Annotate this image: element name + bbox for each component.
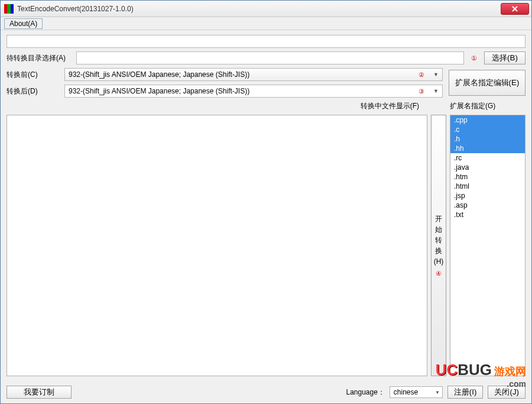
- extension-item[interactable]: .html: [450, 182, 525, 191]
- menu-about[interactable]: About(A): [4, 18, 43, 29]
- after-row: 转换后(D) 932-(Shift_jis ANSI/OEM Japanese;…: [7, 85, 443, 98]
- language-value: chinese: [394, 388, 418, 396]
- language-label: Language：: [346, 387, 384, 397]
- convert-hotkey: (H): [434, 257, 444, 266]
- customize-button[interactable]: 我要订制: [7, 386, 72, 399]
- directory-row: 待转换目录选择(A) ① 选择(B): [7, 51, 525, 64]
- marker-2: ②: [419, 71, 424, 79]
- files-label-wrap: 转换中文件显示(F): [7, 101, 423, 111]
- app-window: TextEncodeConvert(20131027-1.0.0) About(…: [0, 0, 532, 404]
- extension-item[interactable]: .htm: [450, 172, 525, 182]
- extension-item[interactable]: .h: [450, 134, 525, 144]
- register-button[interactable]: 注册(I): [447, 386, 484, 399]
- extension-list[interactable]: .cpp.c.h.hh.rc.java.htm.html.jsp.asp.txt: [450, 115, 525, 376]
- spacer: [429, 101, 444, 111]
- extension-panel: .cpp.c.h.hh.rc.java.htm.html.jsp.asp.txt: [450, 115, 525, 376]
- before-encoding-value: 932-(Shift_jis ANSI/OEM Japanese; Japane…: [69, 70, 249, 79]
- close-button[interactable]: [501, 3, 529, 15]
- status-display: [7, 35, 525, 48]
- extension-item[interactable]: .c: [450, 125, 525, 134]
- after-encoding-value: 932-(Shift_jis ANSI/OEM Japanese; Japane…: [69, 87, 249, 95]
- marker-1: ①: [471, 54, 477, 62]
- extension-edit-button[interactable]: 扩展名指定编辑(E): [449, 70, 525, 96]
- after-label: 转换后(D): [7, 86, 60, 96]
- extension-item[interactable]: .cpp: [450, 115, 525, 125]
- extension-item[interactable]: .asp: [450, 201, 525, 210]
- extension-item[interactable]: .txt: [450, 210, 525, 219]
- directory-input[interactable]: [76, 51, 464, 64]
- encoding-left: 转换前(C) 932-(Shift_jis ANSI/OEM Japanese;…: [7, 68, 443, 98]
- ext-label-wrap: 扩展名指定(G): [450, 101, 525, 111]
- convert-char-4: 换: [435, 246, 442, 256]
- select-button[interactable]: 选择(B): [484, 51, 525, 64]
- mid-section: 开 始 转 换 (H) ④ .cpp.c.h.hh.rc.java.htm.ht…: [7, 115, 525, 376]
- extension-item[interactable]: .java: [450, 163, 525, 172]
- window-title: TextEncodeConvert(20131027-1.0.0): [17, 5, 501, 13]
- convert-char-2: 始: [435, 225, 442, 234]
- close-icon: [511, 6, 518, 12]
- ext-list-label: 扩展名指定(G): [450, 101, 499, 111]
- language-select[interactable]: chinese: [390, 386, 443, 398]
- menubar: About(A): [1, 17, 531, 30]
- extension-item[interactable]: .hh: [450, 144, 525, 153]
- files-converting-list[interactable]: [7, 115, 427, 376]
- app-icon: [4, 4, 14, 14]
- convert-char-3: 转: [435, 235, 442, 245]
- content-area: 待转换目录选择(A) ① 选择(B) 转换前(C) 932-(Shift_jis…: [1, 30, 531, 381]
- convert-char-1: 开: [435, 214, 442, 224]
- marker-3: ③: [419, 88, 424, 95]
- close-app-button[interactable]: 关闭(J): [488, 386, 525, 399]
- bottom-bar: 我要订制 Language： chinese 注册(I) 关闭(J): [1, 381, 531, 403]
- directory-label: 待转换目录选择(A): [7, 53, 72, 63]
- after-encoding-select[interactable]: 932-(Shift_jis ANSI/OEM Japanese; Japane…: [64, 85, 443, 98]
- titlebar[interactable]: TextEncodeConvert(20131027-1.0.0): [1, 1, 531, 17]
- extension-item[interactable]: .rc: [450, 153, 525, 163]
- start-convert-button[interactable]: 开 始 转 换 (H) ④: [431, 115, 446, 376]
- before-encoding-select[interactable]: 932-(Shift_jis ANSI/OEM Japanese; Japane…: [64, 68, 443, 81]
- before-row: 转换前(C) 932-(Shift_jis ANSI/OEM Japanese;…: [7, 68, 443, 81]
- extension-item[interactable]: .jsp: [450, 191, 525, 201]
- before-label: 转换前(C): [7, 70, 60, 80]
- list-header-row: 转换中文件显示(F) 扩展名指定(G): [7, 101, 525, 111]
- marker-4: ④: [436, 270, 442, 277]
- encoding-block: 转换前(C) 932-(Shift_jis ANSI/OEM Japanese;…: [7, 68, 525, 98]
- files-list-label: 转换中文件显示(F): [361, 101, 423, 111]
